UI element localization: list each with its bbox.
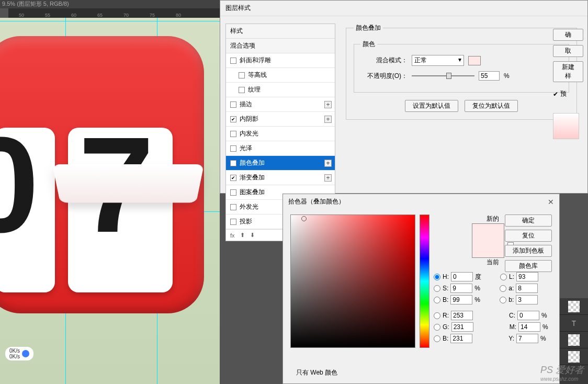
- color-picker-dialog: 拾色器（叠加颜色） ✕ 确定 复位 添加到色板 颜色库 新的: [282, 194, 560, 384]
- styles-header[interactable]: 样式: [226, 24, 335, 39]
- current-color-label: 当前: [487, 258, 499, 267]
- preview-checkbox[interactable]: ✔: [553, 91, 558, 98]
- opacity-slider[interactable]: [412, 72, 474, 80]
- style-item-6[interactable]: 光泽: [226, 141, 335, 156]
- style-item-5[interactable]: 内发光: [226, 127, 335, 141]
- style-item-label: 内阴影: [240, 115, 258, 123]
- style-checkbox[interactable]: [230, 145, 236, 152]
- blend-options[interactable]: 混合选项: [226, 39, 335, 53]
- preview-thumbnail: [553, 113, 579, 139]
- dialog-buttons: 确 取 新建样 ✔ 预: [553, 29, 583, 139]
- s-radio[interactable]: [434, 285, 440, 292]
- style-checkbox[interactable]: ✔: [230, 175, 236, 181]
- b-field[interactable]: [450, 295, 472, 304]
- hue-slider[interactable]: [420, 214, 429, 348]
- l-field[interactable]: [516, 272, 538, 281]
- b-radio[interactable]: [434, 297, 440, 303]
- style-item-label: 图案叠加: [240, 188, 265, 197]
- new-color: [472, 224, 504, 241]
- m-field[interactable]: [518, 322, 540, 332]
- style-checkbox[interactable]: [230, 219, 236, 225]
- a-field[interactable]: [516, 284, 538, 293]
- style-checkbox[interactable]: [239, 72, 245, 78]
- bb-field[interactable]: [450, 334, 472, 343]
- speed-indicator: 0K/s 0K/s: [5, 347, 33, 360]
- layer-thumb-icon[interactable]: [568, 334, 580, 346]
- opacity-label: 不透明度(O)：: [360, 72, 408, 81]
- h-field[interactable]: [451, 272, 473, 281]
- overlay-color-swatch[interactable]: [468, 56, 481, 65]
- preview-label: 预: [560, 89, 567, 98]
- add-effect-icon[interactable]: +: [324, 160, 332, 167]
- type-tool-icon[interactable]: T: [560, 315, 588, 332]
- opacity-input[interactable]: [479, 71, 500, 81]
- add-effect-icon[interactable]: +: [324, 116, 332, 123]
- style-item-2[interactable]: 纹理: [226, 83, 335, 97]
- layer-thumb-icon[interactable]: [568, 351, 580, 363]
- blend-mode-select[interactable]: 正常: [412, 55, 464, 66]
- arrow-up-icon[interactable]: ⬆: [240, 232, 245, 239]
- picker-reset-button[interactable]: 复位: [505, 230, 552, 242]
- style-item-label: 光泽: [240, 144, 252, 153]
- add-swatch-button[interactable]: 添加到色板: [505, 245, 552, 257]
- style-checkbox[interactable]: [230, 204, 236, 210]
- new-style-button[interactable]: 新建样: [553, 61, 583, 82]
- style-item-label: 斜面和浮雕: [240, 56, 271, 65]
- arrow-down-icon[interactable]: ⬇: [250, 232, 255, 239]
- fx-label: fx: [230, 232, 235, 239]
- color-gradient[interactable]: [290, 214, 415, 348]
- close-icon[interactable]: ✕: [548, 198, 554, 206]
- dialog-title: 图层样式: [220, 1, 587, 16]
- style-item-8[interactable]: ✔渐变叠加+: [226, 171, 335, 185]
- style-checkbox[interactable]: [230, 131, 236, 137]
- blend-mode-label: 混合模式：: [360, 56, 408, 65]
- color-compare-swatch: [472, 223, 504, 258]
- add-effect-icon[interactable]: +: [324, 101, 332, 108]
- network-icon: [22, 350, 29, 357]
- set-default-button[interactable]: 设置为默认值: [405, 100, 458, 112]
- style-item-7[interactable]: ✔颜色叠加+: [226, 156, 335, 171]
- b2-field[interactable]: [516, 295, 538, 304]
- style-item-3[interactable]: 描边+: [226, 97, 335, 112]
- c-field[interactable]: [517, 311, 539, 320]
- style-checkbox[interactable]: ✔: [230, 160, 236, 166]
- style-checkbox[interactable]: [239, 87, 245, 93]
- layer-thumb-icon[interactable]: [568, 301, 580, 312]
- bb-radio[interactable]: [434, 335, 440, 342]
- color-cursor[interactable]: [301, 216, 307, 221]
- s-field[interactable]: [450, 284, 472, 293]
- style-item-label: 渐变叠加: [240, 173, 265, 182]
- r-radio[interactable]: [434, 312, 440, 319]
- guide-horizontal[interactable]: [0, 21, 220, 21]
- digit-zero: 0: [0, 107, 39, 263]
- a-radio[interactable]: [500, 285, 506, 292]
- add-effect-icon[interactable]: +: [324, 174, 332, 182]
- canvas[interactable]: 0 7 0K/s 0K/s: [0, 18, 220, 384]
- g-radio[interactable]: [434, 324, 440, 331]
- cancel-button[interactable]: 取: [553, 45, 583, 57]
- picker-ok-button[interactable]: 确定: [505, 214, 552, 227]
- r-field[interactable]: [451, 311, 473, 320]
- style-item-label: 外发光: [240, 202, 258, 211]
- style-checkbox[interactable]: [230, 189, 236, 196]
- style-checkbox[interactable]: [230, 101, 236, 108]
- style-item-4[interactable]: ✔内阴影+: [226, 112, 335, 127]
- style-item-0[interactable]: 斜面和浮雕: [226, 53, 335, 68]
- style-checkbox[interactable]: ✔: [230, 116, 236, 122]
- style-item-label: 纹理: [248, 85, 261, 94]
- layer-style-dialog: 图层样式 样式 混合选项 斜面和浮雕等高线纹理描边+✔内阴影+内发光光泽✔颜色叠…: [220, 0, 588, 194]
- b2-radio[interactable]: [500, 297, 506, 303]
- y-field[interactable]: [516, 334, 538, 343]
- reset-default-button[interactable]: 复位为默认值: [465, 100, 518, 112]
- g-field[interactable]: [451, 322, 473, 332]
- l-radio[interactable]: [500, 274, 507, 280]
- color-fields: H:度 L: S:% a: B:% b: R: C:%: [434, 272, 552, 345]
- style-item-label: 投影: [240, 217, 252, 226]
- color-library-button[interactable]: 颜色库: [505, 260, 552, 272]
- style-item-label: 描边: [240, 100, 252, 109]
- ok-button[interactable]: 确: [553, 29, 583, 41]
- h-radio[interactable]: [434, 274, 440, 280]
- new-color-label: 新的: [487, 214, 499, 223]
- style-checkbox[interactable]: [230, 58, 236, 64]
- style-item-1[interactable]: 等高线: [226, 68, 335, 83]
